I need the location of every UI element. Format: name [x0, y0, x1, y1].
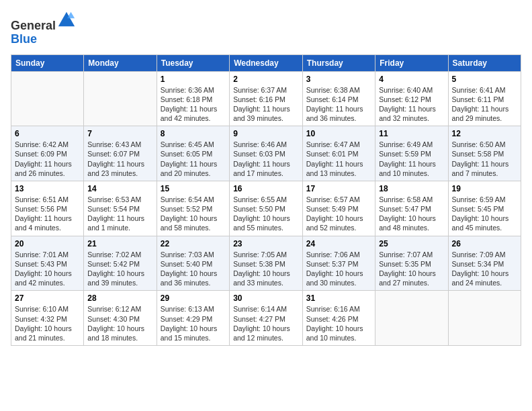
- day-info: Sunrise: 6:40 AM Sunset: 6:12 PM Dayligh…: [379, 85, 444, 124]
- logo-blue-text: Blue: [11, 32, 37, 46]
- calendar-cell: 24Sunrise: 7:06 AM Sunset: 5:37 PM Dayli…: [302, 236, 375, 291]
- weekday-header-sunday: Sunday: [11, 54, 84, 71]
- day-info: Sunrise: 6:46 AM Sunset: 6:03 PM Dayligh…: [233, 140, 299, 178]
- day-info: Sunrise: 6:45 AM Sunset: 6:05 PM Dayligh…: [161, 140, 226, 178]
- day-info: Sunrise: 6:49 AM Sunset: 5:59 PM Dayligh…: [379, 140, 444, 178]
- day-number: 3: [306, 75, 371, 84]
- day-info: Sunrise: 6:12 AM Sunset: 4:30 PM Dayligh…: [87, 304, 152, 342]
- calendar-cell: 15Sunrise: 6:54 AM Sunset: 5:52 PM Dayli…: [157, 181, 229, 236]
- day-number: 19: [452, 184, 518, 193]
- day-info: Sunrise: 6:10 AM Sunset: 4:32 PM Dayligh…: [15, 304, 80, 342]
- logo-general-text: General: [11, 19, 56, 32]
- calendar-cell: 13Sunrise: 6:51 AM Sunset: 5:56 PM Dayli…: [11, 181, 84, 236]
- day-info: Sunrise: 7:06 AM Sunset: 5:37 PM Dayligh…: [306, 250, 371, 288]
- calendar-cell: 5Sunrise: 6:41 AM Sunset: 6:11 PM Daylig…: [448, 71, 521, 126]
- calendar-cell: [84, 71, 157, 126]
- day-number: 29: [161, 293, 226, 303]
- day-info: Sunrise: 6:41 AM Sunset: 6:11 PM Dayligh…: [452, 85, 518, 124]
- weekday-header-monday: Monday: [84, 54, 157, 71]
- day-info: Sunrise: 6:58 AM Sunset: 5:47 PM Dayligh…: [379, 195, 444, 233]
- day-number: 1: [161, 75, 226, 84]
- calendar-cell: 14Sunrise: 6:53 AM Sunset: 5:54 PM Dayli…: [84, 181, 157, 236]
- calendar-cell: 26Sunrise: 7:09 AM Sunset: 5:34 PM Dayli…: [448, 236, 521, 291]
- calendar-cell: 23Sunrise: 7:05 AM Sunset: 5:38 PM Dayli…: [230, 236, 303, 291]
- calendar-cell: 6Sunrise: 6:42 AM Sunset: 6:09 PM Daylig…: [11, 126, 84, 181]
- calendar-cell: 19Sunrise: 6:59 AM Sunset: 5:45 PM Dayli…: [448, 181, 521, 236]
- calendar-week-3: 13Sunrise: 6:51 AM Sunset: 5:56 PM Dayli…: [11, 181, 521, 236]
- page-header: General Blue: [11, 11, 521, 46]
- day-info: Sunrise: 7:09 AM Sunset: 5:34 PM Dayligh…: [452, 250, 518, 288]
- calendar-cell: 16Sunrise: 6:55 AM Sunset: 5:50 PM Dayli…: [230, 181, 303, 236]
- calendar-cell: 29Sunrise: 6:13 AM Sunset: 4:29 PM Dayli…: [157, 291, 229, 346]
- calendar-cell: 20Sunrise: 7:01 AM Sunset: 5:43 PM Dayli…: [11, 236, 84, 291]
- day-number: 9: [233, 129, 299, 138]
- calendar-cell: 7Sunrise: 6:43 AM Sunset: 6:07 PM Daylig…: [84, 126, 157, 181]
- logo-icon: [57, 11, 76, 30]
- day-info: Sunrise: 6:57 AM Sunset: 5:49 PM Dayligh…: [306, 195, 371, 233]
- day-info: Sunrise: 6:38 AM Sunset: 6:14 PM Dayligh…: [306, 85, 371, 124]
- calendar-cell: 11Sunrise: 6:49 AM Sunset: 5:59 PM Dayli…: [375, 126, 448, 181]
- weekday-header-saturday: Saturday: [448, 54, 521, 71]
- day-number: 22: [161, 239, 226, 248]
- day-number: 12: [452, 129, 518, 138]
- svg-marker-0: [58, 12, 75, 26]
- calendar-cell: 28Sunrise: 6:12 AM Sunset: 4:30 PM Dayli…: [84, 291, 157, 346]
- calendar-cell: 18Sunrise: 6:58 AM Sunset: 5:47 PM Dayli…: [375, 181, 448, 236]
- calendar-cell: 17Sunrise: 6:57 AM Sunset: 5:49 PM Dayli…: [302, 181, 375, 236]
- day-number: 5: [452, 75, 518, 84]
- calendar-header-row: SundayMondayTuesdayWednesdayThursdayFrid…: [11, 54, 521, 71]
- day-number: 27: [15, 293, 80, 303]
- calendar-cell: 22Sunrise: 7:03 AM Sunset: 5:40 PM Dayli…: [157, 236, 229, 291]
- calendar-cell: 4Sunrise: 6:40 AM Sunset: 6:12 PM Daylig…: [375, 71, 448, 126]
- calendar-cell: 25Sunrise: 7:07 AM Sunset: 5:35 PM Dayli…: [375, 236, 448, 291]
- calendar-cell: 3Sunrise: 6:38 AM Sunset: 6:14 PM Daylig…: [302, 71, 375, 126]
- day-number: 28: [87, 293, 152, 303]
- day-number: 30: [233, 293, 299, 303]
- day-number: 18: [379, 184, 444, 193]
- day-info: Sunrise: 7:01 AM Sunset: 5:43 PM Dayligh…: [15, 250, 80, 288]
- day-info: Sunrise: 7:03 AM Sunset: 5:40 PM Dayligh…: [161, 250, 226, 288]
- day-number: 14: [87, 184, 152, 193]
- calendar-cell: 1Sunrise: 6:36 AM Sunset: 6:18 PM Daylig…: [157, 71, 229, 126]
- day-number: 13: [15, 184, 80, 193]
- day-info: Sunrise: 6:43 AM Sunset: 6:07 PM Dayligh…: [87, 140, 152, 178]
- calendar-week-1: 1Sunrise: 6:36 AM Sunset: 6:18 PM Daylig…: [11, 71, 521, 126]
- day-info: Sunrise: 6:14 AM Sunset: 4:27 PM Dayligh…: [233, 304, 299, 342]
- day-number: 31: [306, 293, 371, 303]
- calendar-cell: 9Sunrise: 6:46 AM Sunset: 6:03 PM Daylig…: [230, 126, 303, 181]
- weekday-header-tuesday: Tuesday: [157, 54, 229, 71]
- calendar-cell: 12Sunrise: 6:50 AM Sunset: 5:58 PM Dayli…: [448, 126, 521, 181]
- day-info: Sunrise: 7:07 AM Sunset: 5:35 PM Dayligh…: [379, 250, 444, 288]
- day-number: 21: [87, 239, 152, 248]
- day-info: Sunrise: 6:47 AM Sunset: 6:01 PM Dayligh…: [306, 140, 371, 178]
- day-info: Sunrise: 6:13 AM Sunset: 4:29 PM Dayligh…: [161, 304, 226, 342]
- day-info: Sunrise: 7:02 AM Sunset: 5:42 PM Dayligh…: [87, 250, 152, 288]
- calendar-cell: 8Sunrise: 6:45 AM Sunset: 6:05 PM Daylig…: [157, 126, 229, 181]
- weekday-header-wednesday: Wednesday: [230, 54, 303, 71]
- day-number: 20: [15, 239, 80, 248]
- calendar-cell: [11, 71, 84, 126]
- day-info: Sunrise: 6:36 AM Sunset: 6:18 PM Dayligh…: [161, 85, 226, 124]
- day-number: 17: [306, 184, 371, 193]
- day-number: 6: [15, 129, 80, 138]
- weekday-header-friday: Friday: [375, 54, 448, 71]
- calendar-week-5: 27Sunrise: 6:10 AM Sunset: 4:32 PM Dayli…: [11, 291, 521, 346]
- day-number: 26: [452, 239, 518, 248]
- calendar-cell: 10Sunrise: 6:47 AM Sunset: 6:01 PM Dayli…: [302, 126, 375, 181]
- calendar-cell: 30Sunrise: 6:14 AM Sunset: 4:27 PM Dayli…: [230, 291, 303, 346]
- day-number: 10: [306, 129, 371, 138]
- day-info: Sunrise: 7:05 AM Sunset: 5:38 PM Dayligh…: [233, 250, 299, 288]
- calendar-cell: 27Sunrise: 6:10 AM Sunset: 4:32 PM Dayli…: [11, 291, 84, 346]
- day-info: Sunrise: 6:37 AM Sunset: 6:16 PM Dayligh…: [233, 85, 299, 124]
- day-info: Sunrise: 6:50 AM Sunset: 5:58 PM Dayligh…: [452, 140, 518, 178]
- calendar-table: SundayMondayTuesdayWednesdayThursdayFrid…: [11, 54, 521, 346]
- day-number: 7: [87, 129, 152, 138]
- calendar-cell: [375, 291, 448, 346]
- day-number: 15: [161, 184, 226, 193]
- day-info: Sunrise: 6:42 AM Sunset: 6:09 PM Dayligh…: [15, 140, 80, 178]
- calendar-week-2: 6Sunrise: 6:42 AM Sunset: 6:09 PM Daylig…: [11, 126, 521, 181]
- day-info: Sunrise: 6:16 AM Sunset: 4:26 PM Dayligh…: [306, 304, 371, 342]
- day-info: Sunrise: 6:53 AM Sunset: 5:54 PM Dayligh…: [87, 195, 152, 233]
- calendar-cell: 21Sunrise: 7:02 AM Sunset: 5:42 PM Dayli…: [84, 236, 157, 291]
- day-number: 11: [379, 129, 444, 138]
